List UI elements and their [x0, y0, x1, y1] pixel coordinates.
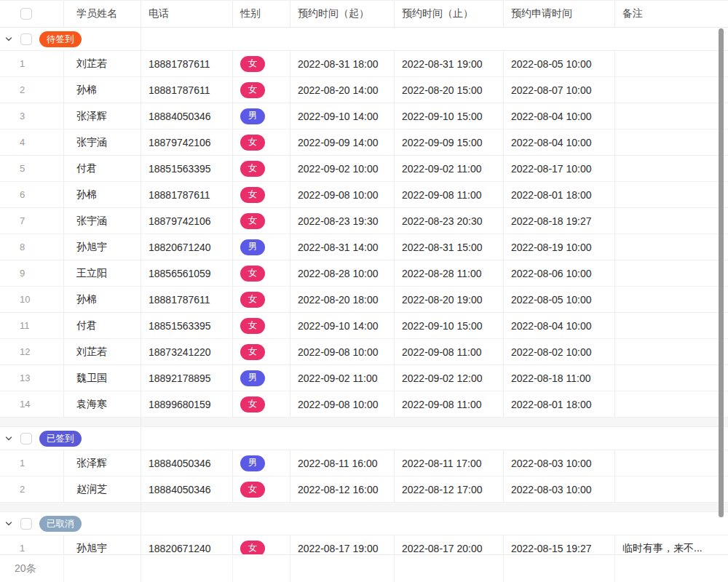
end-time-cell: 2022-08-20 15:00 — [395, 77, 504, 103]
row-index: 10 — [0, 287, 64, 312]
table-row[interactable]: 9王立阳18856561059女2022-08-28 10:002022-08-… — [0, 260, 728, 287]
phone-cell: 18884050346 — [141, 450, 233, 476]
student-name-cell: 魏卫国 — [64, 365, 141, 391]
row-index: 1 — [0, 51, 64, 76]
group-status-badge: 已签到 — [39, 431, 82, 447]
group-select-checkbox[interactable] — [20, 33, 32, 45]
group-status-badge: 待签到 — [39, 31, 82, 47]
gender-badge: 女 — [240, 161, 265, 177]
end-time-cell: 2022-08-11 17:00 — [395, 450, 504, 476]
apply-time-cell: 2022-08-17 10:00 — [504, 156, 615, 181]
table-row[interactable]: 3张泽辉18884050346男2022-09-10 14:002022-09-… — [0, 103, 728, 129]
start-time-cell: 2022-09-10 14:00 — [290, 103, 395, 129]
end-time-cell: 2022-08-12 17:00 — [395, 477, 504, 502]
gender-cell: 女 — [233, 129, 290, 155]
gender-cell: 女 — [233, 477, 290, 502]
student-name-cell: 赵润芝 — [64, 477, 141, 502]
phone-cell: 18851563395 — [141, 313, 233, 338]
gender-cell: 男 — [233, 234, 290, 260]
start-time-cell: 2022-09-08 10:00 — [290, 339, 395, 364]
apply-time-cell: 2022-08-07 10:00 — [504, 77, 615, 103]
end-time-cell: 2022-09-09 15:00 — [395, 129, 504, 155]
phone-cell: 18856561059 — [141, 260, 233, 286]
col-header-gender[interactable]: 性别 — [233, 1, 290, 27]
start-time-cell: 2022-08-28 10:00 — [290, 260, 395, 286]
gender-badge: 女 — [240, 482, 265, 498]
chevron-down-icon[interactable] — [4, 35, 13, 44]
phone-cell: 18884050346 — [141, 103, 233, 129]
gender-cell: 女 — [233, 391, 290, 417]
gender-cell: 女 — [233, 260, 290, 286]
row-index: 2 — [0, 477, 64, 502]
phone-cell: 18851563395 — [141, 156, 233, 181]
col-header-student-name[interactable]: 学员姓名 — [64, 1, 141, 27]
remark-cell — [615, 477, 728, 502]
remark-cell — [615, 365, 728, 391]
vertical-scrollbar-thumb[interactable] — [719, 28, 724, 517]
apply-time-cell: 2022-08-03 10:00 — [504, 477, 615, 502]
table-row[interactable]: 10孙棉18881787611女2022-08-20 18:002022-08-… — [0, 287, 728, 313]
remark-cell — [615, 77, 728, 103]
select-all-checkbox[interactable] — [20, 8, 32, 20]
table-row[interactable]: 2赵润芝18884050346女2022-08-12 16:002022-08-… — [0, 477, 728, 503]
student-name-cell: 孙棉 — [64, 287, 141, 312]
phone-cell: 18884050346 — [141, 477, 233, 502]
student-name-cell: 张泽辉 — [64, 103, 141, 129]
phone-cell: 18881787611 — [141, 77, 233, 103]
remark-cell — [615, 129, 728, 155]
student-name-cell: 刘芷若 — [64, 339, 141, 364]
gender-badge: 男 — [240, 108, 265, 124]
apply-time-cell: 2022-08-19 10:00 — [504, 234, 615, 260]
group-select-checkbox[interactable] — [20, 518, 32, 530]
remark-cell — [615, 391, 728, 417]
table-header: 学员姓名 电话 性别 预约时间（起） 预约时间（止） 预约申请时间 备注 — [0, 1, 728, 28]
apply-time-cell: 2022-08-05 10:00 — [504, 287, 615, 312]
gender-cell: 女 — [233, 208, 290, 234]
table-row[interactable]: 12刘芷若18873241220女2022-09-08 10:002022-09… — [0, 339, 728, 365]
group-row[interactable]: 已签到 — [0, 427, 728, 450]
phone-cell: 18879742106 — [141, 129, 233, 155]
table-row[interactable]: 1张泽辉18884050346男2022-08-11 16:002022-08-… — [0, 450, 728, 477]
remark-cell — [615, 103, 728, 129]
chevron-down-icon[interactable] — [4, 434, 13, 443]
table-row[interactable]: 4张宇涵18879742106女2022-09-09 14:002022-09-… — [0, 129, 728, 156]
apply-time-cell: 2022-08-01 18:00 — [504, 182, 615, 207]
table-row[interactable]: 7张宇涵18879742106女2022-08-23 19:302022-08-… — [0, 208, 728, 234]
table-row[interactable]: 2孙棉18881787611女2022-08-20 14:002022-08-2… — [0, 77, 728, 103]
group-row[interactable]: 待签到 — [0, 28, 728, 51]
table-row[interactable]: 14袁海寒18899680159女2022-09-08 10:002022-09… — [0, 391, 728, 418]
table-row[interactable]: 1刘芷若18881787611女2022-08-31 18:002022-08-… — [0, 51, 728, 77]
gender-badge: 女 — [240, 187, 265, 203]
gender-cell: 女 — [233, 339, 290, 364]
col-header-apply-time[interactable]: 预约申请时间 — [504, 1, 615, 27]
gender-cell: 女 — [233, 51, 290, 76]
group-select-checkbox[interactable] — [20, 433, 32, 445]
phone-cell: 18879742106 — [141, 208, 233, 234]
gender-cell: 女 — [233, 182, 290, 207]
row-index: 2 — [0, 77, 64, 103]
row-index: 13 — [0, 365, 64, 391]
col-header-phone[interactable]: 电话 — [141, 1, 233, 27]
col-header-remark[interactable]: 备注 — [615, 1, 728, 27]
table-row[interactable]: 6孙棉18881787611女2022-09-08 10:002022-09-0… — [0, 182, 728, 208]
table-row[interactable]: 5付君18851563395女2022-09-02 10:002022-09-0… — [0, 156, 728, 182]
end-time-cell: 2022-09-10 15:00 — [395, 313, 504, 338]
phone-cell: 18881787611 — [141, 51, 233, 76]
group-row[interactable]: 已取消 — [0, 512, 728, 535]
apply-time-cell: 2022-08-05 10:00 — [504, 51, 615, 76]
student-name-cell: 孙棉 — [64, 182, 141, 207]
phone-cell: 18873241220 — [141, 339, 233, 364]
remark-cell — [615, 450, 728, 476]
table-row[interactable]: 13魏卫国18892178895男2022-09-02 11:002022-09… — [0, 365, 728, 391]
table-row[interactable]: 11付君18851563395女2022-09-10 14:002022-09-… — [0, 313, 728, 339]
phone-cell: 18899680159 — [141, 391, 233, 417]
chevron-down-icon[interactable] — [4, 519, 13, 528]
table-row[interactable]: 8孙旭宇18820671240男2022-08-31 14:002022-08-… — [0, 234, 728, 260]
student-name-cell: 付君 — [64, 313, 141, 338]
start-time-cell: 2022-08-31 18:00 — [290, 51, 395, 76]
remark-cell — [615, 51, 728, 76]
table-body: 待签到1刘芷若18881787611女2022-08-31 18:002022-… — [0, 28, 728, 582]
row-index: 8 — [0, 234, 64, 260]
col-header-start-time[interactable]: 预约时间（起） — [290, 1, 395, 27]
col-header-end-time[interactable]: 预约时间（止） — [395, 1, 504, 27]
